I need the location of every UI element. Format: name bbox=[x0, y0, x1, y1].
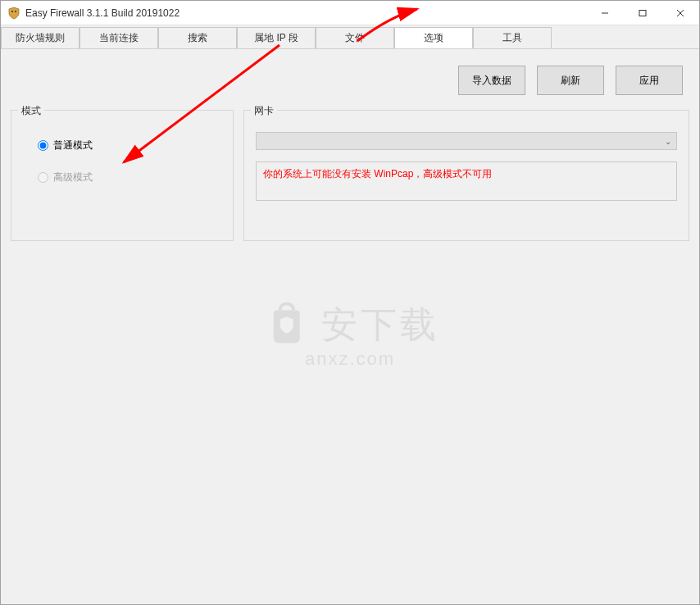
tab-label: 选项 bbox=[424, 31, 443, 45]
tab-connections[interactable]: 当前连接 bbox=[80, 27, 158, 48]
tab-firewall-rules[interactable]: 防火墙规则 bbox=[1, 27, 80, 48]
watermark-brand: 安下载 bbox=[321, 301, 439, 349]
radio-input[interactable] bbox=[38, 140, 48, 151]
svg-point-1 bbox=[15, 11, 16, 12]
minimize-icon bbox=[601, 9, 609, 17]
radio-label: 高级模式 bbox=[53, 171, 93, 184]
mode-fieldset: 模式 普通模式 高级模式 bbox=[11, 110, 234, 241]
tab-label: 防火墙规则 bbox=[16, 31, 65, 45]
net-status-box: 你的系统上可能没有安装 WinPcap，高级模式不可用 bbox=[256, 161, 677, 201]
maximize-button[interactable] bbox=[624, 1, 661, 25]
tab-ip-range[interactable]: 属地 IP 段 bbox=[237, 27, 316, 48]
apply-button[interactable]: 应用 bbox=[616, 66, 683, 95]
net-legend: 网卡 bbox=[251, 104, 277, 118]
net-adapter-dropdown[interactable]: ⌄ bbox=[256, 132, 677, 150]
tab-file[interactable]: 文件 bbox=[316, 27, 394, 48]
close-button[interactable] bbox=[661, 1, 699, 25]
import-button[interactable]: 导入数据 bbox=[458, 66, 525, 95]
radio-input bbox=[38, 172, 48, 183]
panels-row: 模式 普通模式 高级模式 网卡 ⌄ 你的系统上可能没有安装 WinPcap，高级… bbox=[11, 110, 689, 241]
mode-normal-radio[interactable]: 普通模式 bbox=[38, 139, 221, 152]
tabs-row: 防火墙规则 当前连接 搜索 属地 IP 段 文件 选项 工具 bbox=[1, 25, 699, 49]
chevron-down-icon: ⌄ bbox=[665, 137, 671, 146]
toolbar: 导入数据 刷新 应用 bbox=[11, 57, 689, 110]
watermark: 安下载 anxz.com bbox=[261, 298, 439, 369]
button-label: 应用 bbox=[639, 74, 659, 88]
titlebar: Easy Firewall 3.1.1 Build 20191022 bbox=[1, 1, 699, 25]
minimize-button[interactable] bbox=[586, 1, 624, 25]
mode-legend: 模式 bbox=[18, 104, 44, 118]
svg-point-0 bbox=[11, 11, 13, 12]
window-title: Easy Firewall 3.1.1 Build 20191022 bbox=[25, 7, 586, 19]
watermark-bag-icon bbox=[261, 298, 313, 351]
tab-label: 搜索 bbox=[188, 31, 207, 45]
refresh-button[interactable]: 刷新 bbox=[537, 66, 604, 95]
watermark-domain: anxz.com bbox=[261, 348, 439, 369]
close-icon bbox=[676, 9, 684, 17]
tab-label: 文件 bbox=[345, 31, 365, 45]
tab-label: 属地 IP 段 bbox=[254, 31, 298, 45]
status-text: 你的系统上可能没有安装 WinPcap，高级模式不可用 bbox=[263, 168, 492, 180]
maximize-icon bbox=[639, 9, 647, 17]
app-window: Easy Firewall 3.1.1 Build 20191022 防火墙规则… bbox=[0, 0, 700, 605]
tab-search[interactable]: 搜索 bbox=[158, 27, 237, 48]
tab-label: 工具 bbox=[502, 31, 522, 45]
app-icon bbox=[7, 7, 20, 20]
tab-label: 当前连接 bbox=[99, 31, 139, 45]
window-controls bbox=[586, 1, 699, 25]
radio-label: 普通模式 bbox=[53, 139, 93, 152]
button-label: 刷新 bbox=[561, 74, 580, 88]
tab-tools[interactable]: 工具 bbox=[473, 27, 552, 48]
net-fieldset: 网卡 ⌄ 你的系统上可能没有安装 WinPcap，高级模式不可用 bbox=[243, 110, 689, 241]
tab-options[interactable]: 选项 bbox=[394, 27, 473, 48]
content-area: 导入数据 刷新 应用 模式 普通模式 高级模式 网卡 ⌄ bbox=[1, 49, 699, 604]
button-label: 导入数据 bbox=[472, 74, 511, 88]
mode-advanced-radio: 高级模式 bbox=[38, 171, 221, 184]
svg-rect-3 bbox=[639, 10, 646, 16]
